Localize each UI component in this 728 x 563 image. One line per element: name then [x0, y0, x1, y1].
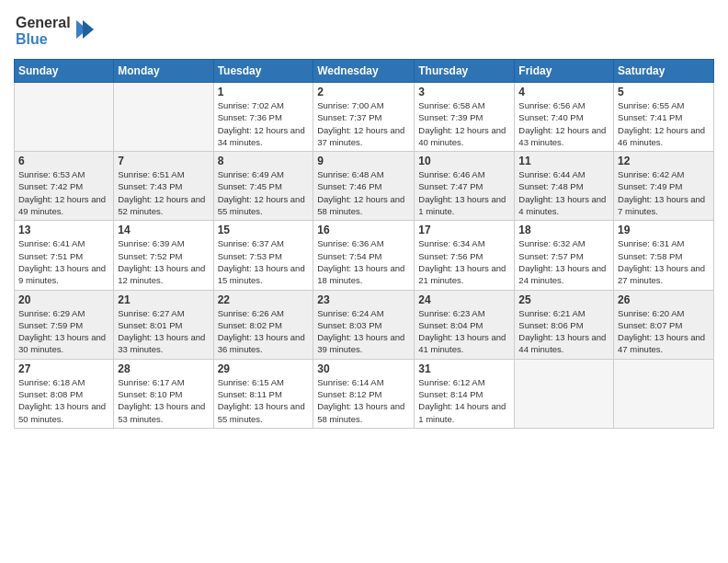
day-number: 11	[518, 155, 609, 167]
calendar-cell: 22Sunrise: 6:26 AMSunset: 8:02 PMDayligh…	[213, 290, 313, 359]
day-info: Sunrise: 7:00 AMSunset: 7:37 PMDaylight:…	[317, 99, 410, 148]
day-info: Sunrise: 6:55 AMSunset: 7:41 PMDaylight:…	[618, 99, 710, 148]
calendar-cell: 16Sunrise: 6:36 AMSunset: 7:54 PMDayligh…	[313, 221, 415, 290]
day-number: 2	[317, 86, 410, 98]
day-info: Sunrise: 6:37 AMSunset: 7:53 PMDaylight:…	[218, 237, 310, 286]
day-number: 5	[618, 86, 710, 98]
day-info: Sunrise: 6:56 AMSunset: 7:40 PMDaylight:…	[518, 99, 609, 148]
day-info: Sunrise: 6:41 AMSunset: 7:51 PMDaylight:…	[18, 237, 109, 286]
day-number: 17	[418, 224, 510, 236]
col-sunday: Sunday	[15, 60, 114, 83]
col-monday: Monday	[114, 60, 213, 83]
day-number: 7	[118, 155, 209, 167]
day-number: 16	[317, 224, 410, 236]
day-info: Sunrise: 6:34 AMSunset: 7:56 PMDaylight:…	[418, 237, 510, 286]
calendar-cell: 12Sunrise: 6:42 AMSunset: 7:49 PMDayligh…	[614, 152, 714, 221]
day-info: Sunrise: 6:26 AMSunset: 8:02 PMDaylight:…	[218, 307, 310, 356]
day-number: 6	[18, 155, 109, 167]
calendar-cell: 8Sunrise: 6:49 AMSunset: 7:45 PMDaylight…	[213, 152, 313, 221]
calendar-cell: 9Sunrise: 6:48 AMSunset: 7:46 PMDaylight…	[313, 152, 415, 221]
day-info: Sunrise: 6:48 AMSunset: 7:46 PMDaylight:…	[317, 168, 410, 217]
day-info: Sunrise: 6:17 AMSunset: 8:10 PMDaylight:…	[118, 376, 209, 425]
day-info: Sunrise: 6:51 AMSunset: 7:43 PMDaylight:…	[118, 168, 209, 217]
day-number: 1	[218, 86, 310, 98]
page: General Blue Sunday Monday Tuesday Wedne…	[0, 0, 728, 563]
calendar-cell: 18Sunrise: 6:32 AMSunset: 7:57 PMDayligh…	[515, 221, 614, 290]
day-info: Sunrise: 6:14 AMSunset: 8:12 PMDaylight:…	[317, 376, 410, 425]
day-info: Sunrise: 6:53 AMSunset: 7:42 PMDaylight:…	[18, 168, 109, 217]
day-info: Sunrise: 6:18 AMSunset: 8:08 PMDaylight:…	[18, 376, 109, 425]
day-number: 21	[118, 293, 209, 306]
col-thursday: Thursday	[415, 60, 515, 83]
day-info: Sunrise: 6:31 AMSunset: 7:58 PMDaylight:…	[618, 237, 710, 286]
calendar-cell: 31Sunrise: 6:12 AMSunset: 8:14 PMDayligh…	[415, 359, 515, 428]
day-number: 20	[18, 293, 109, 306]
calendar-cell	[614, 359, 714, 428]
calendar-cell: 14Sunrise: 6:39 AMSunset: 7:52 PMDayligh…	[114, 221, 213, 290]
day-number: 25	[518, 293, 609, 306]
day-info: Sunrise: 6:27 AMSunset: 8:01 PMDaylight:…	[118, 307, 209, 356]
calendar-cell: 3Sunrise: 6:58 AMSunset: 7:39 PMDaylight…	[415, 83, 515, 152]
day-number: 12	[618, 155, 710, 167]
day-info: Sunrise: 6:23 AMSunset: 8:04 PMDaylight:…	[418, 307, 510, 356]
calendar-cell: 27Sunrise: 6:18 AMSunset: 8:08 PMDayligh…	[15, 359, 114, 428]
calendar-cell: 4Sunrise: 6:56 AMSunset: 7:40 PMDaylight…	[515, 83, 614, 152]
logo: General Blue	[14, 9, 97, 53]
week-row-5: 27Sunrise: 6:18 AMSunset: 8:08 PMDayligh…	[15, 359, 714, 428]
week-row-2: 6Sunrise: 6:53 AMSunset: 7:42 PMDaylight…	[15, 152, 714, 221]
day-info: Sunrise: 6:24 AMSunset: 8:03 PMDaylight:…	[317, 307, 410, 356]
calendar-cell: 23Sunrise: 6:24 AMSunset: 8:03 PMDayligh…	[313, 290, 415, 359]
calendar-cell: 6Sunrise: 6:53 AMSunset: 7:42 PMDaylight…	[15, 152, 114, 221]
week-row-3: 13Sunrise: 6:41 AMSunset: 7:51 PMDayligh…	[15, 221, 714, 290]
calendar-cell: 11Sunrise: 6:44 AMSunset: 7:48 PMDayligh…	[515, 152, 614, 221]
day-info: Sunrise: 6:21 AMSunset: 8:06 PMDaylight:…	[518, 307, 609, 356]
day-number: 26	[618, 293, 710, 306]
calendar-cell: 24Sunrise: 6:23 AMSunset: 8:04 PMDayligh…	[415, 290, 515, 359]
calendar-cell: 17Sunrise: 6:34 AMSunset: 7:56 PMDayligh…	[415, 221, 515, 290]
day-info: Sunrise: 6:42 AMSunset: 7:49 PMDaylight:…	[618, 168, 710, 217]
day-info: Sunrise: 6:32 AMSunset: 7:57 PMDaylight:…	[518, 237, 609, 286]
calendar-cell: 29Sunrise: 6:15 AMSunset: 8:11 PMDayligh…	[213, 359, 313, 428]
day-number: 24	[418, 293, 510, 306]
day-number: 23	[317, 293, 410, 306]
calendar-cell: 1Sunrise: 7:02 AMSunset: 7:36 PMDaylight…	[213, 83, 313, 152]
day-number: 10	[418, 155, 510, 167]
logo-text: General Blue	[14, 9, 97, 53]
day-info: Sunrise: 6:36 AMSunset: 7:54 PMDaylight:…	[317, 237, 410, 286]
calendar-cell: 28Sunrise: 6:17 AMSunset: 8:10 PMDayligh…	[114, 359, 213, 428]
day-info: Sunrise: 6:15 AMSunset: 8:11 PMDaylight:…	[218, 376, 310, 425]
calendar-cell: 15Sunrise: 6:37 AMSunset: 7:53 PMDayligh…	[213, 221, 313, 290]
col-friday: Friday	[515, 60, 614, 83]
col-tuesday: Tuesday	[213, 60, 313, 83]
day-number: 19	[618, 224, 710, 236]
week-row-4: 20Sunrise: 6:29 AMSunset: 7:59 PMDayligh…	[15, 290, 714, 359]
calendar-cell	[114, 83, 213, 152]
calendar-cell: 26Sunrise: 6:20 AMSunset: 8:07 PMDayligh…	[614, 290, 714, 359]
day-number: 13	[18, 224, 109, 236]
day-info: Sunrise: 6:44 AMSunset: 7:48 PMDaylight:…	[518, 168, 609, 217]
svg-text:Blue: Blue	[16, 31, 48, 47]
calendar-cell: 13Sunrise: 6:41 AMSunset: 7:51 PMDayligh…	[15, 221, 114, 290]
day-info: Sunrise: 6:29 AMSunset: 7:59 PMDaylight:…	[18, 307, 109, 356]
calendar-cell: 30Sunrise: 6:14 AMSunset: 8:12 PMDayligh…	[313, 359, 415, 428]
day-info: Sunrise: 6:39 AMSunset: 7:52 PMDaylight:…	[118, 237, 209, 286]
day-number: 29	[218, 362, 310, 375]
svg-text:General: General	[16, 15, 71, 30]
col-wednesday: Wednesday	[313, 60, 415, 83]
col-saturday: Saturday	[614, 60, 714, 83]
day-number: 8	[218, 155, 310, 167]
week-row-1: 1Sunrise: 7:02 AMSunset: 7:36 PMDaylight…	[15, 83, 714, 152]
day-info: Sunrise: 6:49 AMSunset: 7:45 PMDaylight:…	[218, 168, 310, 217]
day-info: Sunrise: 6:46 AMSunset: 7:47 PMDaylight:…	[418, 168, 510, 217]
day-number: 27	[18, 362, 109, 375]
day-info: Sunrise: 6:58 AMSunset: 7:39 PMDaylight:…	[418, 99, 510, 148]
day-info: Sunrise: 6:20 AMSunset: 8:07 PMDaylight:…	[618, 307, 710, 356]
calendar-cell	[15, 83, 114, 152]
calendar-cell: 19Sunrise: 6:31 AMSunset: 7:58 PMDayligh…	[614, 221, 714, 290]
day-number: 30	[317, 362, 410, 375]
day-info: Sunrise: 7:02 AMSunset: 7:36 PMDaylight:…	[218, 99, 310, 148]
day-number: 3	[418, 86, 510, 98]
day-number: 28	[118, 362, 209, 375]
day-number: 9	[317, 155, 410, 167]
calendar-cell: 7Sunrise: 6:51 AMSunset: 7:43 PMDaylight…	[114, 152, 213, 221]
